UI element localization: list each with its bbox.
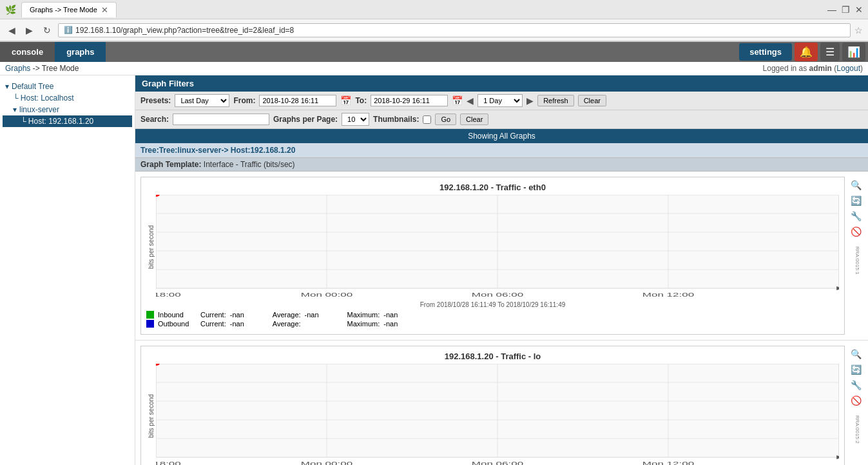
tree-selected-leaf-icon: └ xyxy=(21,117,28,126)
console-tab[interactable]: console xyxy=(0,42,55,62)
tab-close-button[interactable]: ✕ xyxy=(101,5,108,15)
outbound-current-label: Current: xyxy=(200,320,226,328)
graph-filters-header: Graph Filters xyxy=(135,75,868,92)
chart-button[interactable]: 📊 xyxy=(842,43,865,61)
go-button[interactable]: Go xyxy=(435,114,456,125)
inbound-average-label: Average: xyxy=(273,311,301,319)
graph-1-delete-icon[interactable]: 🚫 xyxy=(850,226,862,237)
breadcrumb-bar: Graphs -> Tree Mode Logged in as admin (… xyxy=(0,62,868,75)
back-button[interactable]: ◀ xyxy=(5,24,19,37)
to-calendar-icon[interactable]: 📅 xyxy=(452,95,463,106)
graph-template-label: Graph Template: xyxy=(140,160,204,169)
content-area: Graph Filters Presets: Last Day Last Wee… xyxy=(135,75,868,465)
thumbnails-checkbox[interactable] xyxy=(423,115,431,124)
tree-path: Tree:Tree:linux-server-> Host:192.168.1.… xyxy=(135,143,868,158)
graph-1-wrapper: 192.168.1.20 - Traffic - eth0 bits per s… xyxy=(135,172,868,341)
chart-area-2: 1.0 0.8 0.6 0.4 0.2 0.0 Sun 18:00 Mon 00… xyxy=(156,364,839,465)
inbound-current-value: -nan xyxy=(230,311,269,319)
header-right: settings 🔔 ☰ 📊 xyxy=(739,43,868,61)
svg-text:Mon 06:00: Mon 06:00 xyxy=(472,292,524,298)
url-text: 192.168.1.10/graph_view.php?action=tree&… xyxy=(75,26,845,35)
graph-1-wrench-icon[interactable]: 🔧 xyxy=(850,210,862,222)
graph-2-title: 192.168.1.20 - Traffic - lo xyxy=(146,351,839,361)
refresh-button[interactable]: Refresh xyxy=(537,95,574,106)
app-logo: 🌿 xyxy=(5,5,16,15)
bookmark-star-icon[interactable]: ☆ xyxy=(854,25,863,35)
from-input[interactable] xyxy=(259,95,336,106)
graph-1-title: 192.168.1.20 - Traffic - eth0 xyxy=(146,183,839,192)
next-arrow-icon[interactable]: ▶ xyxy=(526,95,534,106)
graphs-tab[interactable]: graphs xyxy=(55,42,106,62)
sidebar-item-default-tree[interactable]: ▾Default Tree xyxy=(3,81,132,92)
svg-text:Mon 06:00: Mon 06:00 xyxy=(472,460,524,465)
sidebar-item-linux-server[interactable]: ▾linux-server xyxy=(3,104,132,115)
graph-2-delete-icon[interactable]: 🚫 xyxy=(850,395,862,406)
graph-2-icons: 🔍 🔄 🔧 🚫 RRA:0015:2 xyxy=(847,346,863,465)
graph-1-magnify-icon[interactable]: 🔍 xyxy=(850,179,862,191)
inbound-color xyxy=(146,311,154,319)
address-bar-right: ☆ xyxy=(854,25,863,35)
chart-svg-2: 1.0 0.8 0.6 0.4 0.2 0.0 Sun 18:00 Mon 00… xyxy=(156,364,839,465)
maximize-button[interactable]: ❐ xyxy=(842,5,850,15)
sidebar-item-host-localhost[interactable]: └ Host: Localhost xyxy=(3,92,132,104)
timespan-select[interactable]: 1 Day 1 Week 1 Month xyxy=(477,94,523,107)
showing-all-bar: Showing All Graphs xyxy=(135,129,868,143)
graph-2-refresh-icon[interactable]: 🔄 xyxy=(850,364,862,375)
browser-tab[interactable]: Graphs -> Tree Mode ✕ xyxy=(21,2,117,17)
tree-toggle-linux-icon[interactable]: ▾ xyxy=(13,105,17,114)
graph-2-wrapper: 192.168.1.20 - Traffic - lo bits per sec… xyxy=(135,341,868,465)
presets-label: Presets: xyxy=(140,96,171,105)
filter-row-1: Presets: Last Day Last Week Last Month L… xyxy=(135,92,868,110)
minimize-button[interactable]: — xyxy=(827,5,836,15)
browser-chrome: 🌿 Graphs -> Tree Mode ✕ — ❐ ✕ ◀ ▶ ↻ ℹ️ 1… xyxy=(0,0,868,42)
outbound-maximum-label: Maximum: xyxy=(347,320,380,328)
presets-select[interactable]: Last Day Last Week Last Month Last Year xyxy=(175,94,229,107)
graph-2-box: 192.168.1.20 - Traffic - lo bits per sec… xyxy=(140,346,845,465)
app-header: console graphs settings 🔔 ☰ 📊 xyxy=(0,42,868,62)
breadcrumb-separator: -> xyxy=(30,64,41,73)
filter-row-2: Search: Graphs per Page: 5 10 15 20 Thum… xyxy=(135,110,868,129)
inbound-current-label: Current: xyxy=(200,311,226,319)
clear-button[interactable]: Clear xyxy=(578,95,606,106)
url-box[interactable]: ℹ️ 192.168.1.10/graph_view.php?action=tr… xyxy=(58,23,851,37)
search-input[interactable] xyxy=(173,114,269,125)
graph-1-fromto: From 2018/10/28 16:11:49 To 2018/10/29 1… xyxy=(146,301,839,308)
inbound-maximum-value: -nan xyxy=(383,311,422,319)
refresh-button[interactable]: ↻ xyxy=(40,24,54,37)
tree-leaf-icon: └ xyxy=(13,94,21,103)
svg-text:Mon 12:00: Mon 12:00 xyxy=(642,460,695,465)
prev-arrow-icon[interactable]: ◀ xyxy=(467,95,474,106)
address-bar: ◀ ▶ ↻ ℹ️ 192.168.1.10/graph_view.php?act… xyxy=(0,19,868,41)
svg-text:Mon 00:00: Mon 00:00 xyxy=(301,460,353,465)
graph-template-value: Interface - Traffic (bits/sec) xyxy=(204,160,295,169)
tree-path-text: Tree:Tree:linux-server-> Host:192.168.1.… xyxy=(140,146,295,155)
template-bar: Graph Template: Interface - Traffic (bit… xyxy=(135,158,868,172)
menu-button[interactable]: ☰ xyxy=(820,43,840,61)
from-calendar-icon[interactable]: 📅 xyxy=(340,95,351,106)
graph-1-rra-label: RRA:0015:1 xyxy=(850,246,860,275)
graph-2-wrench-icon[interactable]: 🔧 xyxy=(850,379,862,391)
svg-text:Sun 18:00: Sun 18:00 xyxy=(156,460,181,465)
graph-2-magnify-icon[interactable]: 🔍 xyxy=(850,348,862,360)
graph-1-refresh-icon[interactable]: 🔄 xyxy=(850,195,862,206)
clear2-button[interactable]: Clear xyxy=(460,114,488,125)
settings-button[interactable]: settings xyxy=(739,43,792,61)
tree-toggle-icon[interactable]: ▾ xyxy=(5,82,9,91)
forward-button[interactable]: ▶ xyxy=(23,24,36,37)
sidebar: ▾Default Tree └ Host: Localhost ▾linux-s… xyxy=(0,75,135,465)
graphs-per-page-select[interactable]: 5 10 15 20 xyxy=(342,113,369,126)
to-input[interactable] xyxy=(371,95,448,106)
y-axis-label-2: bits per second xyxy=(146,364,156,465)
close-window-button[interactable]: ✕ xyxy=(855,5,863,15)
chart-svg-1: 1.0 0.8 0.6 0.4 0.2 0.0 Sun 18:00 xyxy=(156,195,839,298)
graph-1-box: 192.168.1.20 - Traffic - eth0 bits per s… xyxy=(140,177,845,335)
inbound-label: Inbound xyxy=(158,311,197,319)
breadcrumb-graphs-link[interactable]: Graphs xyxy=(5,64,30,73)
inbound-average-value: -nan xyxy=(305,311,343,319)
logout-link[interactable]: Logout xyxy=(836,64,860,73)
sidebar-item-host-192[interactable]: └ Host: 192.168.1.20 xyxy=(3,115,132,127)
svg-text:Mon 00:00: Mon 00:00 xyxy=(301,292,353,298)
outbound-current-value: -nan xyxy=(230,320,269,328)
alert-button[interactable]: 🔔 xyxy=(795,43,818,61)
breadcrumb-current: Tree Mode xyxy=(42,64,79,73)
